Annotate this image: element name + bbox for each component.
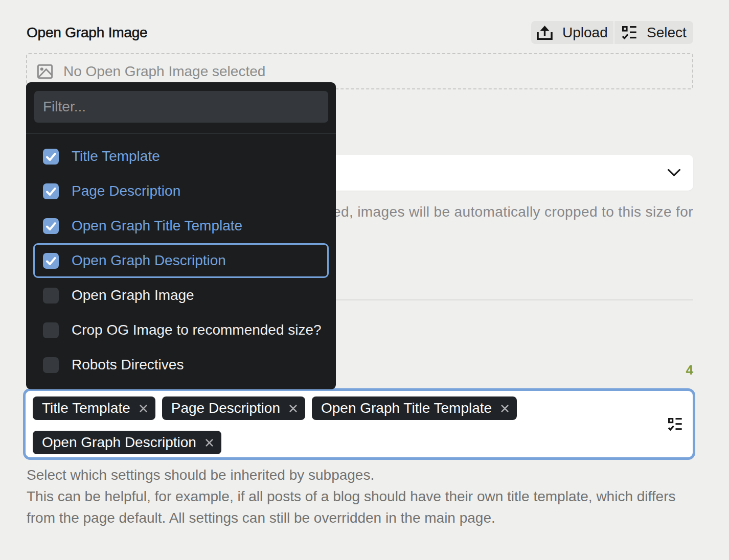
- tag-list: Title Template Page Description: [33, 396, 667, 454]
- dropdown-option[interactable]: Open Graph Title Template: [33, 208, 329, 243]
- dropdown-option-label: Robots Directives: [72, 357, 184, 373]
- dropdown-option[interactable]: Crop OG Image to recommended size?: [33, 313, 329, 347]
- help-line: Select which settings should be inherite…: [27, 464, 676, 486]
- upload-button[interactable]: Upload: [531, 21, 613, 44]
- checkbox[interactable]: [43, 357, 59, 373]
- checkbox[interactable]: [43, 322, 59, 338]
- selected-count: 4: [686, 363, 693, 377]
- chevron-down-icon: [668, 169, 680, 176]
- dropdown-option-label: Open Graph Image: [72, 287, 194, 304]
- dropdown-divider: [26, 133, 336, 134]
- checkbox[interactable]: [43, 183, 59, 199]
- tag-label: Title Template: [42, 400, 130, 416]
- filter-input[interactable]: [34, 91, 328, 123]
- dropdown-option[interactable]: Open Graph Image: [33, 278, 329, 313]
- crop-field-help-text: ed, images will be automatically cropped…: [333, 204, 693, 219]
- tag-label: Open Graph Description: [42, 434, 196, 451]
- filter-field: [34, 91, 328, 123]
- checklist-icon[interactable]: [668, 418, 682, 431]
- checkbox[interactable]: [43, 218, 59, 234]
- dropdown-option[interactable]: Page Description: [33, 174, 329, 208]
- dropdown-option-label: Open Graph Description: [72, 252, 226, 269]
- tag-label: Open Graph Title Template: [321, 400, 492, 416]
- inherit-settings-multiselect[interactable]: Title Template Page Description: [23, 388, 695, 460]
- dropdown-option-label: Crop OG Image to recommended size?: [72, 322, 322, 338]
- tag: Open Graph Title Template: [312, 396, 517, 420]
- remove-tag-icon[interactable]: [140, 405, 147, 412]
- remove-tag-icon[interactable]: [501, 405, 509, 412]
- image-icon: [37, 64, 53, 79]
- dropdown-option-label: Open Graph Title Template: [72, 218, 242, 234]
- help-line: from the page default. All settings can …: [27, 507, 676, 529]
- page: Open Graph Image Upload Select: [0, 0, 729, 560]
- help-line: This can be helpful, for example, if all…: [27, 486, 676, 507]
- select-button[interactable]: Select: [614, 21, 693, 44]
- og-image-empty-text: No Open Graph Image selected: [63, 63, 265, 80]
- tag: Title Template: [33, 396, 155, 420]
- checkbox[interactable]: [43, 253, 59, 269]
- settings-dropdown: Title Template Page Description: [26, 82, 336, 389]
- checklist-icon: [622, 26, 636, 39]
- dropdown-option-list: Title Template Page Description: [33, 139, 329, 382]
- select-button-label: Select: [647, 25, 687, 41]
- upload-button-label: Upload: [562, 25, 608, 41]
- inherit-field-help: Select which settings should be inherite…: [27, 464, 676, 529]
- tag: Page Description: [162, 396, 305, 420]
- checkbox[interactable]: [43, 149, 59, 165]
- checkbox[interactable]: [43, 288, 59, 304]
- dropdown-option[interactable]: Title Template: [33, 139, 329, 174]
- upload-icon: [537, 26, 553, 40]
- dropdown-option-label: Title Template: [72, 148, 160, 165]
- dropdown-option[interactable]: Robots Directives: [33, 347, 329, 382]
- remove-tag-icon[interactable]: [206, 439, 213, 447]
- tag-label: Page Description: [171, 400, 280, 416]
- og-image-field-label: Open Graph Image: [27, 26, 148, 40]
- dropdown-option-label: Page Description: [72, 183, 180, 199]
- remove-tag-icon[interactable]: [289, 405, 297, 412]
- tag: Open Graph Description: [33, 431, 221, 454]
- dropdown-option[interactable]: Open Graph Description: [33, 243, 329, 278]
